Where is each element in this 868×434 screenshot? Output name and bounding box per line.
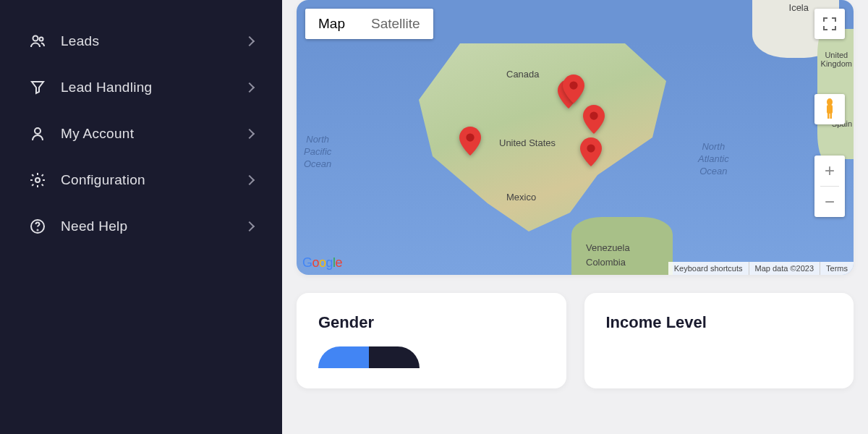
map-country-label: Mexico (506, 192, 536, 203)
svg-point-3 (35, 178, 40, 182)
terms-link[interactable]: Terms (820, 262, 854, 275)
map-pin[interactable] (583, 105, 605, 134)
map-ocean-label: North Pacific Ocean (304, 134, 331, 171)
map-ocean-label: North Atlantic Ocean (698, 141, 729, 178)
map-pin[interactable] (459, 127, 481, 156)
map-country-label: Icela (789, 2, 809, 13)
gender-card: Gender (297, 293, 566, 388)
sidebar-item-label: My Account (61, 126, 246, 142)
funnel-icon (29, 79, 46, 96)
income-level-card: Income Level (584, 293, 854, 388)
svg-point-5 (38, 230, 38, 231)
map-country-label: Colombia (586, 257, 626, 268)
map-type-map-button[interactable]: Map (305, 9, 358, 39)
svg-point-6 (466, 133, 474, 141)
map-country-label: United States (499, 137, 556, 148)
stat-cards-row: Gender Income Level (297, 293, 854, 388)
map-country-label: United Kingdom (821, 51, 852, 68)
map[interactable]: Canada United States Mexico Venezuela Co… (297, 0, 854, 275)
svg-point-8 (569, 81, 577, 89)
svg-point-0 (33, 36, 38, 41)
google-logo: Google (302, 255, 342, 271)
chevron-right-icon (244, 82, 255, 93)
svg-point-2 (35, 128, 41, 134)
keyboard-shortcuts-link[interactable]: Keyboard shortcuts (668, 262, 749, 275)
users-icon (29, 33, 46, 50)
svg-point-11 (827, 98, 833, 106)
card-title: Gender (318, 313, 545, 332)
svg-rect-14 (830, 113, 833, 119)
map-country-label: Venezuela (586, 242, 630, 253)
sidebar: Leads Lead Handling My Account Configura… (0, 0, 282, 434)
chevron-right-icon (244, 129, 255, 139)
map-attribution: Keyboard shortcuts Map data ©2023 Terms (668, 262, 854, 275)
svg-rect-13 (827, 113, 830, 119)
sidebar-item-label: Configuration (61, 172, 246, 188)
map-country-label: Canada (506, 69, 540, 80)
card-title: Income Level (606, 313, 833, 332)
user-icon (29, 125, 46, 142)
gear-icon (29, 171, 46, 189)
zoom-out-button[interactable]: − (814, 187, 845, 217)
map-type-switch: Map Satellite (305, 9, 433, 39)
chevron-right-icon (244, 221, 255, 231)
svg-point-10 (587, 144, 595, 152)
map-pin[interactable] (580, 137, 602, 166)
sidebar-item-need-help[interactable]: Need Help (0, 203, 282, 250)
map-pin[interactable] (563, 75, 584, 103)
chevron-right-icon (244, 175, 255, 185)
pegman-button[interactable] (814, 94, 845, 124)
help-icon (29, 218, 46, 235)
sidebar-item-label: Lead Handling (61, 80, 246, 95)
map-card: Canada United States Mexico Venezuela Co… (297, 0, 854, 275)
main-content: Canada United States Mexico Venezuela Co… (282, 0, 868, 434)
sidebar-item-label: Leads (61, 33, 246, 49)
pie-chart-icon (318, 346, 420, 368)
svg-rect-12 (827, 105, 833, 114)
sidebar-item-lead-handling[interactable]: Lead Handling (0, 64, 282, 111)
map-type-satellite-button[interactable]: Satellite (358, 9, 433, 39)
sidebar-item-configuration[interactable]: Configuration (0, 157, 282, 203)
chevron-right-icon (244, 36, 255, 46)
svg-point-9 (590, 111, 597, 119)
zoom-controls: + − (814, 156, 845, 217)
sidebar-item-leads[interactable]: Leads (0, 18, 282, 64)
map-data-label: Map data ©2023 (749, 262, 820, 275)
fullscreen-button[interactable] (814, 9, 845, 39)
svg-point-1 (40, 38, 43, 41)
zoom-in-button[interactable]: + (814, 156, 845, 186)
sidebar-item-my-account[interactable]: My Account (0, 111, 282, 157)
sidebar-item-label: Need Help (61, 218, 246, 234)
